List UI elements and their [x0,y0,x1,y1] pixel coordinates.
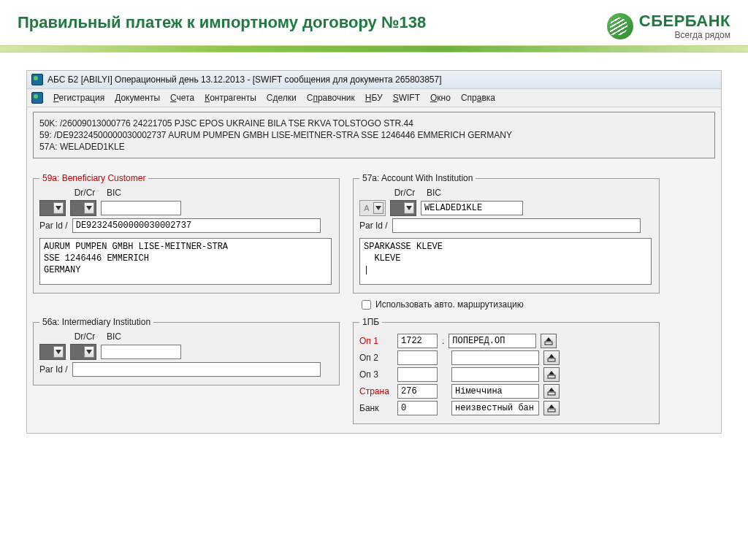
svg-marker-4 [56,350,61,354]
op2-desc-input[interactable] [451,350,539,365]
country-code-input[interactable] [397,384,438,399]
decorative-green-bar [0,45,748,53]
bank-name-input[interactable] [451,401,539,415]
sberbank-logo-icon [607,13,633,39]
option-select-56a[interactable] [39,344,66,360]
app-window: АБС Б2 [ABILYI] Операционный день 13.12.… [26,70,722,434]
option-select-57a[interactable]: A [359,200,386,216]
parid-input-57a[interactable] [392,218,641,233]
menu-deals[interactable]: Сделки [267,93,297,103]
chevron-down-icon [84,346,94,358]
app-icon [31,74,43,85]
bank-code-input[interactable] [397,401,438,415]
country-name-input[interactable] [451,384,539,399]
op1-desc-input[interactable] [449,334,536,348]
window-title: АБС Б2 [ABILYI] Операционный день 13.12.… [47,74,442,85]
swift-line-57a: 57A: WELADED1KLE [39,142,709,152]
label-bic: BIC [107,331,121,342]
swift-line-59: 59: /DE92324500000030002737 AURUM PUMPEN… [39,130,709,140]
chevron-down-icon [53,202,64,214]
parid-input-56a[interactable] [72,362,321,377]
menu-nbu[interactable]: НБУ [365,93,383,103]
legend-59a: 59a: Beneficiary Customer [39,173,148,183]
op2-lookup-button[interactable] [543,350,560,365]
svg-rect-14 [548,409,555,412]
auto-routing-label: Использовать авто. маршрутизацию [375,299,524,310]
svg-marker-7 [546,337,552,341]
menu-counterparties[interactable]: Контрагенты [205,93,256,103]
menu-window[interactable]: Окно [430,93,451,103]
menu-accounts[interactable]: Счета [170,93,194,103]
svg-marker-2 [375,206,381,210]
svg-marker-11 [549,371,554,375]
label-parid-57a: Par Id / [359,220,388,231]
auto-routing-checkbox[interactable] [362,300,371,310]
svg-marker-3 [406,206,412,210]
legend-1pb: 1ПБ [359,317,382,327]
op1-lookup-button[interactable] [541,334,557,348]
svg-rect-6 [545,342,552,345]
window-title-bar: АБС Б2 [ABILYI] Операционный день 13.12.… [27,71,721,89]
op1-dot: . [442,336,444,346]
svg-marker-9 [549,354,554,358]
label-bic: BIC [427,188,441,198]
bank-lookup-button[interactable] [543,401,560,415]
drcr-select-59a[interactable] [70,200,96,216]
svg-marker-1 [86,206,92,210]
menu-swift[interactable]: SWIFT [393,93,420,103]
svg-rect-12 [548,392,555,395]
chevron-down-icon [84,202,94,214]
fieldset-56a: 56a: Intermediary Institution Dr/Cr BIC … [33,317,340,386]
fieldset-1pb: 1ПБ Оп 1 . Оп 2 Оп 3 [353,317,660,424]
op3-code-input[interactable] [397,367,438,382]
legend-56a: 56a: Intermediary Institution [39,317,153,327]
drcr-select-57a[interactable] [390,200,416,216]
menu-documents[interactable]: Документы [115,93,160,103]
label-bic: BIC [107,188,121,198]
label-parid-59a: Par Id / [39,220,68,231]
chevron-down-icon [404,202,414,214]
op3-desc-input[interactable] [451,367,539,382]
bic-input-59a[interactable] [101,201,181,215]
swift-message-block: 50K: /26009013000776 24221705 PJSC EPOS … [33,112,715,158]
parid-input-59a[interactable] [72,218,321,233]
sberbank-logo: СБЕРБАНК Всегда рядом [607,13,730,39]
option-select-59a[interactable] [39,200,66,216]
svg-marker-0 [56,206,61,210]
menu-registration[interactable]: Регистрация [53,93,104,103]
op3-lookup-button[interactable] [543,367,560,382]
label-drcr: Dr/Cr [72,188,98,198]
svg-marker-5 [86,350,92,354]
drcr-select-56a[interactable] [70,344,96,360]
logo-brand: СБЕРБАНК [639,13,730,29]
label-op3: Оп 3 [359,369,393,380]
svg-marker-15 [549,404,554,408]
body-textarea-57a[interactable] [359,238,652,285]
label-country: Страна [359,386,393,396]
menu-help[interactable]: Справка [461,93,495,103]
option-select-57a-value: A [360,204,373,212]
bic-input-56a[interactable] [101,345,181,359]
op1-code-input[interactable] [397,334,438,348]
menu-reference[interactable]: Справочник [307,93,355,103]
app-icon-small [31,92,43,104]
swift-line-50k: 50K: /26009013000776 24221705 PJSC EPOS … [39,118,709,129]
chevron-down-icon [373,202,383,214]
fieldset-59a: 59a: Beneficiary Customer Dr/Cr BIC Par … [33,173,340,294]
svg-marker-13 [549,388,554,391]
logo-tagline: Всегда рядом [639,31,730,39]
bic-input-57a[interactable] [421,201,523,215]
legend-57a: 57a: Account With Institution [359,173,476,183]
label-op1: Оп 1 [359,336,393,346]
fieldset-57a: 57a: Account With Institution Dr/Cr BIC … [353,173,660,294]
op2-code-input[interactable] [397,350,438,365]
label-parid-56a: Par Id / [39,364,68,375]
body-textarea-59a[interactable] [39,238,332,285]
chevron-down-icon [53,346,64,358]
menu-bar: Регистрация Документы Счета Контрагенты … [27,89,721,107]
label-bank: Банк [359,403,393,413]
country-lookup-button[interactable] [543,384,560,399]
label-drcr: Dr/Cr [392,188,418,198]
label-drcr: Dr/Cr [72,331,98,342]
svg-rect-10 [548,375,555,378]
